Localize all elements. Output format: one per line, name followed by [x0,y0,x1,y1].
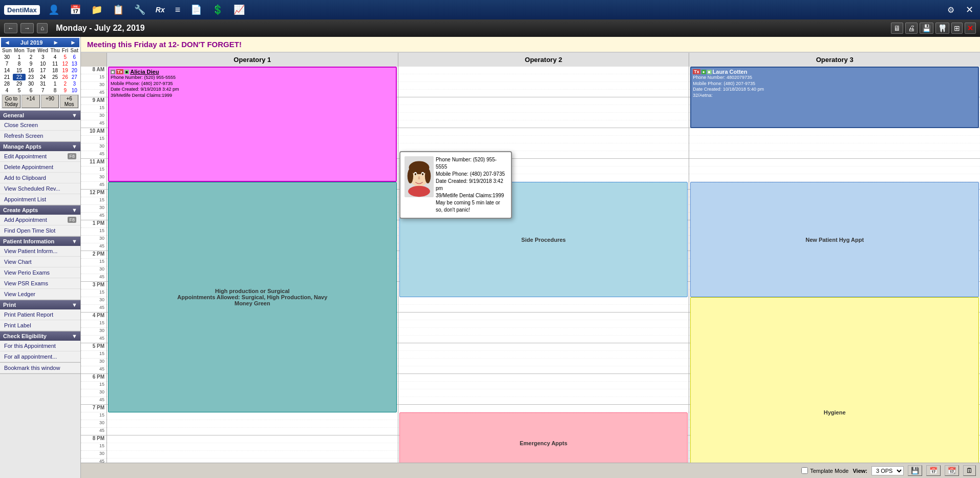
cal-day-4-3[interactable]: 31 [36,80,49,87]
sidebar-item-view-ledger[interactable]: View Ledger [0,289,80,300]
cal-day-5-6[interactable]: 10 [70,87,79,94]
sidebar-item-bookmark[interactable]: Bookmark this window [0,363,80,373]
appt-alicia-dieu[interactable]: ■ Tx ■ Alicia Dieu Phone Number: (520) 9… [108,67,397,182]
monitor-btn[interactable]: 🖥 [891,23,903,34]
settings-icon[interactable]: ⚙ [945,4,957,16]
cal-day-2-6[interactable]: 20 [70,67,79,74]
cal-day-2-2[interactable]: 16 [26,67,36,74]
appt-laura-cotten[interactable]: Tx ● ■ Laura Cotten Phone Number: 480207… [690,67,979,128]
operatory-2-column[interactable]: Side Procedures Emergency Appts LUNCH No… [398,67,689,478]
cal-expand-btn[interactable]: ► [69,39,77,46]
dollar-icon[interactable]: 💲 [210,3,225,16]
rx-icon[interactable]: Rx [154,5,167,15]
grid-btn[interactable]: ⊞ [951,23,963,34]
document-icon[interactable]: 📄 [188,3,204,16]
sidebar-item-appt-list[interactable]: Appointment List [0,194,80,205]
appt-new-patient-hyg[interactable]: New Patient Hyg Appt [690,182,979,297]
sidebar-item-view-perio[interactable]: View Perio Exams [0,267,80,278]
sidebar-item-view-chart[interactable]: View Chart [0,257,80,267]
cal-day-4-4[interactable]: 1 [49,80,60,87]
sidebar-item-add-appt[interactable]: Add Appointment F8 [0,215,80,225]
cal-day-0-0[interactable]: 30 [1,54,13,60]
forward-button[interactable]: → [20,23,34,33]
sidebar-general-header[interactable]: General ▼ [0,111,80,120]
goto-today-btn[interactable]: Go to Today [2,95,20,108]
tools-icon[interactable]: 🔧 [132,3,147,16]
cal-day-0-6[interactable]: 6 [70,54,79,60]
save-btn[interactable]: 💾 [920,23,933,34]
appt-surgical[interactable]: High production or Surgical Appointments… [108,182,397,412]
sidebar-item-print-report[interactable]: Print Patient Report [0,309,80,320]
patients-icon[interactable]: 👤 [46,3,61,16]
appt-hygiene1[interactable]: Hygiene [690,297,979,478]
cal-day-1-3[interactable]: 10 [36,60,49,67]
cal-day-4-6[interactable]: 3 [70,80,79,87]
sidebar-item-view-psr[interactable]: View PSR Exams [0,278,80,289]
cal-day-5-2[interactable]: 6 [26,87,36,94]
cal-day-0-3[interactable]: 3 [36,54,49,60]
calendar-icon[interactable]: 📅 [68,3,83,16]
cal-day-0-5[interactable]: 5 [61,54,70,60]
chart-icon[interactable]: 📈 [231,3,247,16]
cal-next-btn[interactable]: ► [52,39,60,46]
sidebar-patient-header[interactable]: Patient Information ▼ [0,237,80,246]
cal-day-3-5[interactable]: 26 [61,74,70,80]
month-view-btn[interactable]: 🗓 [963,465,976,476]
view-selector[interactable]: 3 OPS 1 OP 2 OPS 4 OPS 5 OPS [871,466,904,475]
sidebar-item-view-scheduled[interactable]: View Scheduled Rev... [0,183,80,194]
operatory-1-column[interactable]: ■ Tx ■ Alicia Dieu Phone Number: (520) 9… [106,67,398,478]
cal-day-0-1[interactable]: 1 [13,54,26,60]
cal-day-4-5[interactable]: 2 [61,80,70,87]
sidebar-item-view-patient[interactable]: View Patient Inform... [0,246,80,257]
sidebar-item-close-screen[interactable]: Close Screen [0,120,80,131]
cal-day-2-0[interactable]: 14 [1,67,13,74]
template-mode-input[interactable] [801,467,808,474]
sidebar-item-all-appts[interactable]: For all appointment... [0,351,80,362]
cal-day-3-3[interactable]: 24 [36,74,49,80]
app-logo[interactable]: DentiMax [4,5,40,15]
operatory-3-column[interactable]: Tx ● ■ Laura Cotten Phone Number: 480207… [689,67,980,478]
cal-day-2-4[interactable]: 18 [49,67,60,74]
sidebar-item-delete-appt[interactable]: Delete Appointment [0,162,80,173]
close-icon[interactable]: ✕ [963,3,976,16]
cal-day-4-0[interactable]: 28 [1,80,13,87]
list-icon[interactable]: ≡ [173,4,183,16]
cal-day-0-4[interactable]: 4 [49,54,60,60]
sidebar-item-find-slot[interactable]: Find Open Time Slot [0,225,80,236]
sidebar-item-this-appt[interactable]: For this Appointment [0,341,80,351]
cal-day-5-0[interactable]: 4 [1,87,13,94]
cal-day-1-1[interactable]: 8 [13,60,26,67]
cal-day-3-4[interactable]: 25 [49,74,60,80]
sidebar-manage-header[interactable]: Manage Appts ▼ [0,142,80,151]
sidebar-item-edit-appt[interactable]: Edit Appointment F8 [0,151,80,162]
folder-icon[interactable]: 📁 [89,3,104,16]
cal-day-2-3[interactable]: 17 [36,67,49,74]
cal-day-2-5[interactable]: 19 [61,67,70,74]
cal-day-1-4[interactable]: 11 [49,60,60,67]
cal-day-1-0[interactable]: 7 [1,60,13,67]
calendar-view-btn[interactable]: 📅 [926,465,941,476]
cal-day-1-2[interactable]: 9 [26,60,36,67]
template-mode-checkbox[interactable]: Template Mode [801,467,848,474]
sidebar-create-header[interactable]: Create Appts ▼ [0,205,80,215]
week-view-btn[interactable]: 📆 [945,465,959,476]
cal-day-5-4[interactable]: 8 [49,87,60,94]
sidebar-item-print-label[interactable]: Print Label [0,320,80,331]
sidebar-item-add-clipboard[interactable]: Add to Clipboard [0,173,80,183]
cal-day-5-1[interactable]: 5 [13,87,26,94]
plus14-btn[interactable]: +14 [22,95,40,108]
back-button[interactable]: ← [4,23,17,33]
tooth-btn[interactable]: 🦷 [935,23,949,34]
clipboard-icon[interactable]: 📋 [111,3,126,16]
cal-day-2-1[interactable]: 15 [13,67,26,74]
cal-day-1-5[interactable]: 12 [61,60,70,67]
cal-day-4-2[interactable]: 30 [26,80,36,87]
cal-day-4-1[interactable]: 29 [13,80,26,87]
cal-day-0-2[interactable]: 2 [26,54,36,60]
cal-day-3-2[interactable]: 23 [26,74,36,80]
cal-day-1-6[interactable]: 13 [70,60,79,67]
print-btn[interactable]: 🖨 [905,23,918,34]
cal-day-3-1[interactable]: 22 [13,74,26,80]
home-button[interactable]: ⌂ [37,23,48,33]
plus6mos-btn[interactable]: +6 Mos [60,95,78,108]
